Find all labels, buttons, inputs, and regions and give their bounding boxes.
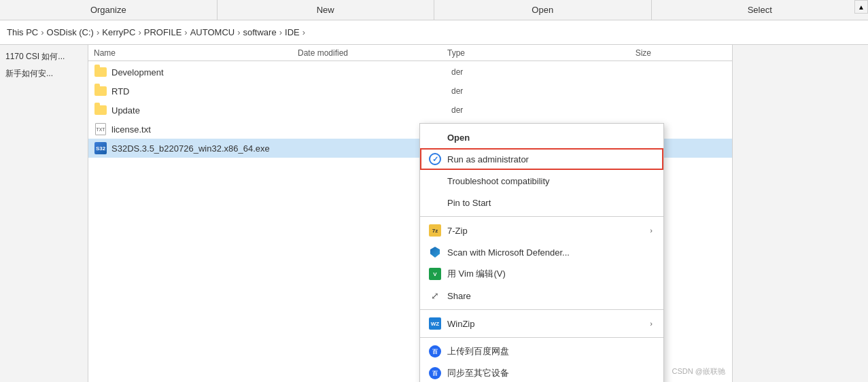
col-header-name[interactable]: Name: [94, 48, 298, 58]
breadcrumb-sep-5: ›: [279, 27, 282, 37]
file-item-update[interactable]: Update der: [88, 101, 732, 120]
toolbar-open[interactable]: Open: [434, 0, 652, 20]
breadcrumb-software[interactable]: software: [243, 27, 277, 37]
ctx-vim-icon: V: [428, 267, 442, 281]
breadcrumb-automcu[interactable]: AUTOMCU: [190, 27, 235, 37]
column-headers: Name Date modified Type Size: [88, 45, 732, 61]
breadcrumb-ide[interactable]: IDE: [285, 27, 300, 37]
ctx-open-label: Open: [447, 133, 653, 143]
ctx-item-open[interactable]: Open: [420, 126, 663, 148]
toolbar-select[interactable]: Select: [652, 0, 869, 20]
ctx-item-7zip[interactable]: 7z 7-Zip ›: [420, 220, 663, 241]
sidebar-item-0[interactable]: 1170 CSI 如何...: [0, 48, 88, 65]
ctx-item-run-as-admin[interactable]: Run as administrator: [420, 148, 663, 170]
ctx-share-icon: ⤢: [428, 289, 442, 302]
select-label: Select: [748, 5, 772, 15]
file-list: Name Date modified Type Size Development…: [88, 45, 732, 382]
file-type-development: der: [451, 67, 574, 77]
ctx-run-admin-label: Run as administrator: [447, 154, 653, 164]
ctx-share-label: Share: [447, 291, 653, 301]
ctx-defender-icon: [428, 245, 442, 259]
breadcrumb-kerrypc[interactable]: KerryPC: [102, 27, 135, 37]
file-type-rtd: der: [451, 86, 574, 96]
ctx-7zip-label: 7-Zip: [447, 226, 650, 236]
file-name-s32ds: S32DS.3.5_b220726_win32.x86_64.exe: [111, 143, 302, 154]
ctx-troubleshoot-label: Troubleshoot compatibility: [447, 176, 653, 186]
breadcrumb-sep-6: ›: [302, 27, 305, 37]
sidebar-item-1[interactable]: 新手如何安...: [0, 65, 88, 82]
file-name-rtd: RTD: [111, 86, 302, 97]
ctx-item-troubleshoot[interactable]: Troubleshoot compatibility: [420, 170, 663, 192]
ctx-item-vim[interactable]: V 用 Vim 编辑(V): [420, 263, 663, 285]
open-label: Open: [532, 5, 553, 15]
breadcrumb-sep-3: ›: [184, 27, 187, 37]
ctx-sep-1: [420, 309, 663, 310]
breadcrumb-profile[interactable]: PROFILE: [144, 27, 182, 37]
toolbar: Organize New Open Select: [0, 0, 868, 20]
ctx-baidu-sync-label: 同步至其它设备: [447, 367, 653, 379]
file-name-license: license.txt: [111, 124, 302, 135]
ctx-7zip-icon: 7z: [428, 224, 442, 237]
ctx-7zip-arrow: ›: [650, 226, 653, 235]
ctx-item-defender[interactable]: Scan with Microsoft Defender...: [420, 241, 663, 263]
breadcrumb: This PC › OSDisk (C:) › KerryPC › PROFIL…: [0, 20, 868, 45]
new-label: New: [317, 5, 334, 15]
breadcrumb-sep-4: ›: [237, 27, 240, 37]
ctx-sep-2: [420, 337, 663, 338]
col-header-size[interactable]: Size: [570, 48, 651, 58]
file-name-development: Development: [111, 67, 302, 77]
ctx-item-share[interactable]: ⤢ Share: [420, 285, 663, 307]
ctx-item-pin-start[interactable]: Pin to Start: [420, 192, 663, 213]
breadcrumb-osdisk[interactable]: OSDisk (C:): [47, 27, 94, 37]
file-name-update: Update: [111, 105, 302, 116]
ctx-troubleshoot-icon: [428, 174, 442, 188]
organize-label: Organize: [90, 5, 126, 15]
ctx-sep-0: [420, 216, 663, 217]
right-panel: [732, 45, 868, 382]
exe-icon-s32ds: S32: [94, 141, 107, 155]
toolbar-organize[interactable]: Organize: [0, 0, 218, 20]
context-menu: Open Run as administrator Troubleshoot c…: [419, 123, 664, 382]
folder-icon-rtd: [94, 84, 107, 98]
ctx-item-baidu-upload[interactable]: 百 上传到百度网盘: [420, 341, 663, 362]
ctx-winzip-icon: WZ: [428, 317, 442, 330]
watermark: CSDN @嵌联驰: [672, 366, 725, 377]
folder-icon-development: [94, 65, 107, 79]
file-item-development[interactable]: Development der: [88, 63, 732, 82]
breadcrumb-sep-1: ›: [97, 27, 99, 37]
ctx-baidu-upload-label: 上传到百度网盘: [447, 345, 653, 358]
ctx-winzip-label: WinZip: [447, 319, 650, 329]
ctx-baidu-sync-icon: 百: [428, 366, 442, 380]
breadcrumb-sep-2: ›: [138, 27, 141, 37]
breadcrumb-this-pc[interactable]: This PC: [7, 27, 38, 37]
ctx-pin-start-label: Pin to Start: [447, 198, 653, 208]
file-item-rtd[interactable]: RTD der: [88, 82, 732, 101]
ctx-winzip-arrow: ›: [650, 319, 653, 328]
toolbar-new[interactable]: New: [218, 0, 435, 20]
breadcrumb-sep-0: ›: [41, 27, 44, 37]
col-header-date[interactable]: Date modified: [298, 48, 447, 58]
ctx-item-winzip[interactable]: WZ WinZip ›: [420, 313, 663, 334]
main-area: ▲ 1170 CSI 如何... 新手如何安... Name Date modi…: [0, 45, 868, 382]
folder-icon-update: [94, 103, 107, 117]
ctx-baidu-upload-icon: 百: [428, 345, 442, 358]
ctx-pin-start-icon: [428, 196, 442, 209]
ctx-defender-label: Scan with Microsoft Defender...: [447, 247, 653, 258]
col-header-type[interactable]: Type: [447, 48, 570, 58]
ctx-open-icon: [428, 131, 442, 144]
txt-icon-license: TXT: [94, 122, 107, 136]
ctx-run-admin-icon: [428, 152, 442, 166]
file-type-update: der: [451, 105, 574, 115]
sidebar: ▲ 1170 CSI 如何... 新手如何安...: [0, 45, 88, 382]
ctx-item-baidu-sync[interactable]: 百 同步至其它设备: [420, 362, 663, 382]
ctx-vim-label: 用 Vim 编辑(V): [447, 268, 653, 280]
